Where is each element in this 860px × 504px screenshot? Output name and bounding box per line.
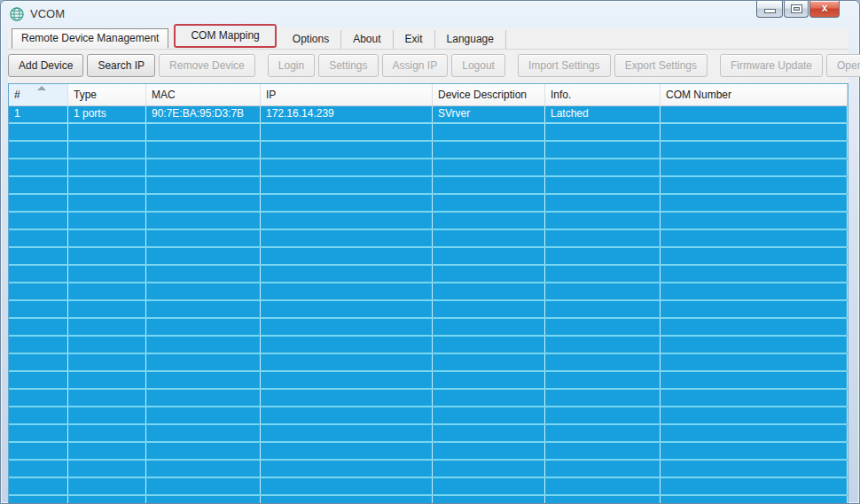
table-cell-type [68, 283, 146, 299]
table-row-empty [9, 478, 848, 496]
search-ip-button[interactable]: Search IP [87, 54, 155, 77]
open-in-browser-button[interactable]: Open in Browser [826, 54, 860, 77]
remove-device-button[interactable]: Remove Device [159, 54, 255, 77]
column-header-mac[interactable]: MAC [146, 84, 261, 105]
table-cell-type [68, 159, 146, 175]
table-cell-com-number [661, 248, 848, 264]
tab-remote-device-management[interactable]: Remote Device Management [12, 28, 168, 49]
column-header-com-number[interactable]: COM Number [661, 84, 848, 105]
tab-options[interactable]: Options [281, 30, 341, 49]
table-cell-info [545, 177, 661, 193]
add-device-button[interactable]: Add Device [8, 54, 83, 77]
table-cell-com-number [661, 354, 848, 370]
table-cell-type [68, 177, 146, 193]
table-cell-device-description [433, 248, 545, 264]
table-cell-type [68, 372, 146, 388]
table-cell-com-number [661, 142, 848, 158]
table-cell-mac [146, 443, 261, 459]
login-button[interactable]: Login [268, 54, 315, 77]
table-cell-ip [261, 461, 433, 477]
table-cell-mac [146, 337, 261, 353]
table-cell-com-number [661, 283, 848, 299]
column-header-[interactable]: # [9, 84, 68, 105]
table-row-empty [9, 407, 848, 425]
table-cell- [9, 390, 68, 406]
table-cell-device-description [433, 319, 545, 335]
column-header-label: MAC [152, 89, 176, 101]
table-cell-mac [146, 354, 261, 370]
table-row-empty [9, 283, 848, 301]
import-settings-button[interactable]: Import Settings [518, 54, 611, 77]
table-cell-com-number [661, 195, 848, 211]
table-row-empty [9, 230, 848, 248]
export-settings-button[interactable]: Export Settings [614, 54, 708, 77]
column-header-info[interactable]: Info. [545, 84, 661, 105]
table-cell- [9, 124, 68, 140]
table-cell-type [68, 425, 146, 441]
assign-ip-button[interactable]: Assign IP [382, 54, 449, 77]
table-cell-mac: 90:7E:BA:95:D3:7B [146, 106, 261, 122]
table-cell-device-description [433, 213, 545, 229]
table-cell-mac [146, 124, 261, 140]
minimize-button[interactable] [756, 1, 783, 18]
table-row-empty [9, 213, 848, 230]
maximize-button[interactable] [784, 1, 809, 18]
table-cell- [9, 159, 68, 175]
table-row-empty [9, 142, 848, 159]
table-row-empty [9, 195, 848, 213]
table-cell-mac [146, 478, 261, 494]
table-cell-mac [146, 407, 261, 423]
table-cell-device-description [433, 159, 545, 175]
window-controls: x [755, 1, 840, 18]
table-cell-mac [146, 248, 261, 264]
table-cell-com-number [661, 301, 848, 317]
table-cell-com-number [661, 372, 848, 388]
vcom-window: VCOM x Remote Device ManagementCOM Mappi… [0, 0, 860, 504]
table-row-empty [9, 390, 848, 407]
title-bar[interactable]: VCOM x [1, 1, 859, 27]
table-cell-ip [261, 283, 433, 299]
table-cell- [9, 372, 68, 388]
table-cell-device-description [433, 407, 545, 423]
table-row-empty [9, 337, 848, 354]
table-cell- [9, 478, 68, 494]
tab-exit[interactable]: Exit [394, 30, 435, 49]
table-row-empty [9, 159, 848, 177]
table-cell-mac [146, 425, 261, 441]
table-cell-mac [146, 230, 261, 246]
column-header-label: IP [266, 89, 276, 101]
firmware-update-button[interactable]: Firmware Update [720, 54, 823, 77]
table-cell-type: 1 ports [68, 106, 146, 122]
table-cell-mac [146, 266, 261, 282]
table-cell-info [545, 248, 661, 264]
settings-button[interactable]: Settings [318, 54, 378, 77]
logout-button[interactable]: Logout [451, 54, 505, 77]
table-cell-info [545, 496, 661, 503]
minimize-icon [765, 10, 775, 12]
table-row-device[interactable]: 11 ports90:7E:BA:95:D3:7B172.16.14.239SV… [9, 106, 848, 124]
table-row-empty [9, 301, 848, 319]
table-cell-type [68, 195, 146, 211]
column-header-type[interactable]: Type [68, 84, 146, 105]
table-cell-info [545, 266, 661, 282]
device-table: #TypeMACIPDevice DescriptionInfo.COM Num… [8, 83, 848, 503]
table-cell-ip [261, 425, 433, 441]
table-cell-type [68, 266, 146, 282]
tab-language[interactable]: Language [435, 30, 506, 49]
table-cell-type [68, 478, 146, 494]
tab-com-mapping[interactable]: COM Mapping [179, 27, 270, 45]
table-cell-ip: 172.16.14.239 [261, 106, 433, 122]
table-cell-type [68, 319, 146, 335]
table-cell-info [545, 337, 661, 353]
table-cell-device-description [433, 372, 545, 388]
table-cell-device-description: SVrver [433, 106, 545, 122]
column-header-ip[interactable]: IP [261, 84, 433, 105]
table-cell-info [545, 142, 661, 158]
table-cell- [9, 230, 68, 246]
table-row-empty [9, 266, 848, 283]
tab-about[interactable]: About [341, 30, 393, 49]
table-row-empty [9, 372, 848, 390]
close-button[interactable]: x [809, 1, 840, 18]
column-header-device-description[interactable]: Device Description [433, 84, 545, 105]
table-cell-type [68, 443, 146, 459]
